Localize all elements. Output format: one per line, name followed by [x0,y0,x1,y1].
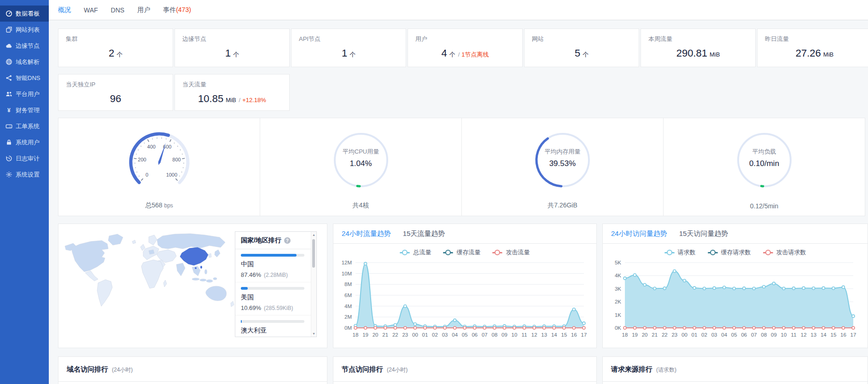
sidebar-item-cloud[interactable]: 边缘节点 [0,38,49,54]
traffic-trend-tab-24h[interactable]: 24小时流量趋势 [342,229,391,238]
tab-事件[interactable]: 事件(473) [163,6,191,14]
svg-text:14: 14 [551,332,557,338]
country-rank-bar-fill [241,254,297,257]
map-region [132,240,136,244]
legend-label: 缓存请求数 [721,248,751,257]
svg-text:21: 21 [382,332,388,338]
legend-marker-icon [400,250,410,255]
legend-item[interactable]: 攻击请求数 [763,248,806,257]
svg-text:400: 400 [147,144,155,149]
svg-text:0M: 0M [344,325,352,331]
stat-value: 290.81 [676,47,707,59]
stat-card: 本周流量290.81MiB [641,29,756,67]
legend-item[interactable]: 攻击流量 [492,248,530,257]
svg-text:¥: ¥ [7,107,11,114]
country-percent-value: 10.69% [241,304,261,311]
scrollbar-thumb[interactable] [312,239,315,268]
map-region [209,253,211,258]
legend-item[interactable]: 缓存流量 [443,248,480,257]
svg-text:09: 09 [501,332,507,338]
top-tabbar: 概况WAFDNS用户事件(473) [49,0,868,20]
svg-text:06: 06 [741,332,747,338]
legend-item[interactable]: 缓存请求数 [708,248,751,257]
legend-item[interactable]: 请求数 [664,248,696,257]
svg-text:19: 19 [362,332,368,338]
map-hainan [195,267,197,269]
domain-rank-panel-header: 域名访问排行(24小时) [58,357,327,382]
stat-card: 边缘节点1个 [175,29,290,67]
sidebar-item-globe[interactable]: 域名解析 [0,54,49,70]
legend-item[interactable]: 总流量 [400,248,431,257]
stat-card-value: 1个 [291,47,406,59]
main-area: 概况WAFDNS用户事件(473) 集群2个边缘节点1个API节点1个用户4个/… [49,0,868,384]
sidebar-item-users[interactable]: 平台用户 [0,86,49,102]
node-rank-panel-subtitle: (24小时) [387,366,408,374]
sidebar-item-label: 财务管理 [16,106,40,115]
tab-用户[interactable]: 用户 [137,6,150,14]
stat-card: 集群2个 [58,29,173,67]
sidebar-item-history[interactable]: 日志审计 [0,150,49,166]
sidebar-item-gear[interactable]: 系统设置 [0,166,49,183]
svg-text:16: 16 [840,332,846,338]
stat-card: API节点1个 [291,29,406,67]
bandwidth-gauge-cell: 02004006008001000总568bps [58,118,260,216]
dns-icon [5,75,12,82]
stat-card-label: 本周流量 [641,29,755,43]
sidebar-item-label: 域名解析 [16,58,40,66]
sidebar-item-dns[interactable]: 智能DNS [0,70,49,86]
map-country-china[interactable] [180,247,208,265]
traffic-trend-chart-plot[interactable]: 0M2M4M6M8M10M12M181920212223000102030405… [337,258,589,340]
ranking-scrollbar[interactable]: ▲ ▼ [311,232,316,337]
scroll-down-icon[interactable]: ▼ [311,332,316,335]
stat-card: 当天流量10.85MiB/+12.18% [175,74,290,111]
requests-trend-tab-15d[interactable]: 15天访问量趋势 [679,229,728,238]
users-icon [5,91,12,98]
stat-value: 1 [225,47,231,59]
svg-text:23: 23 [671,332,677,338]
bottom-ranking-row: 域名访问排行(24小时)节点访问排行(24小时)请求来源排行(请求数) [58,356,868,384]
map-region [176,263,185,276]
svg-text:0K: 0K [615,325,621,331]
svg-text:8M: 8M [344,281,352,287]
requests-trend-panel: 24小时访问量趋势15天访问量趋势请求数缓存请求数攻击请求数0K1K2K3K4K… [602,224,868,348]
stat-card-value: 290.81MiB [641,47,755,59]
stat-unit: 个 [233,51,239,58]
legend-marker-icon [492,250,502,255]
tab-dns[interactable]: DNS [111,6,125,14]
stat-separator: / [458,51,460,58]
tab-label: 用户 [137,6,150,13]
sidebar-item-sites[interactable]: 网站列表 [0,22,49,38]
svg-text:21: 21 [652,332,658,338]
sidebar-item-label: 数据看板 [16,10,40,18]
scroll-up-icon[interactable]: ▲ [311,233,316,236]
traffic-trend-tab-15d[interactable]: 15天流量趋势 [403,229,445,238]
sidebar-item-gauge[interactable]: 数据看板 [0,6,49,22]
svg-text:5K: 5K [615,260,621,265]
stat-unit: 个 [449,51,455,58]
tab-waf[interactable]: WAF [84,6,98,14]
requests-trend-tab-24h[interactable]: 24小时访问量趋势 [611,229,667,238]
svg-text:01: 01 [692,332,698,338]
legend-label: 请求数 [678,248,696,257]
world-map[interactable] [61,231,241,336]
tab-overview[interactable]: 概况 [58,6,71,14]
country-rank-item: 中国87.46%(2.28MiB) [235,249,316,282]
map-region [215,250,220,257]
sidebar-item-user-lock[interactable]: 系统用户 [0,134,49,150]
domain-rank-panel-title: 域名访问排行 [67,365,108,374]
sidebar: 数据看板网站列表边缘节点域名解析智能DNS平台用户¥财务管理工单系统系统用户日志… [0,0,49,384]
map-region [163,280,167,287]
country-traffic-detail: (2.28MiB) [264,272,288,278]
svg-text:06: 06 [472,332,478,338]
map-region [231,301,234,307]
country-ranking-panel: 国家/地区排行 ? 中国87.46%(2.28MiB)美国10.69%(285.… [235,231,317,337]
legend-label: 攻击请求数 [776,248,806,257]
sidebar-item-yen[interactable]: ¥财务管理 [0,102,49,118]
sidebar-item-ticket[interactable]: 工单系统 [0,118,49,134]
country-ranking-header: 国家/地区排行 ? [235,232,316,249]
stat-cards-row-1: 集群2个边缘节点1个API节点1个用户4个/1节点离线网站5个本周流量290.8… [58,29,868,67]
sidebar-item-label: 网站列表 [16,26,40,34]
help-icon[interactable]: ? [284,237,291,244]
requests-trend-chart-plot[interactable]: 0K1K2K3K4K5K1819202122230001020304050607… [606,258,859,340]
svg-text:4K: 4K [615,273,621,278]
